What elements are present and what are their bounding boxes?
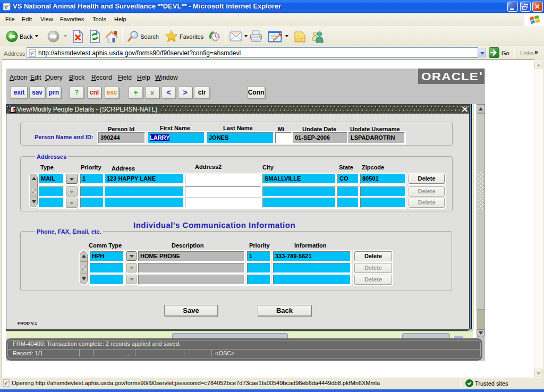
svg-text:ORACLE: ORACLE [421,71,479,82]
svg-text:e: e [5,380,7,386]
svg-text:e: e [31,50,34,56]
svg-text:e: e [5,3,8,11]
